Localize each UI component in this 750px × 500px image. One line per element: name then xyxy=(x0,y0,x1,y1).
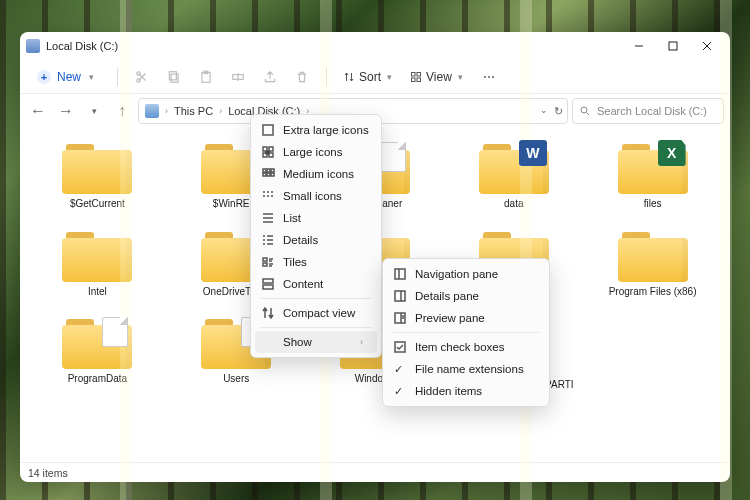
view-menu-item[interactable]: List xyxy=(255,207,377,229)
menu-item-label: Large icons xyxy=(283,146,342,158)
document-overlay-icon xyxy=(102,317,128,347)
close-button[interactable] xyxy=(690,32,724,60)
menu-item-label: Hidden items xyxy=(415,385,482,397)
maximize-button[interactable] xyxy=(656,32,690,60)
show-submenu-item[interactable]: Preview pane xyxy=(387,307,545,329)
view-menu-item[interactable]: Content xyxy=(255,273,377,295)
show-submenu-item[interactable]: Navigation pane xyxy=(387,263,545,285)
list-item[interactable]: ProgramData xyxy=(32,309,163,406)
svg-rect-23 xyxy=(271,169,274,172)
menu-item-label: Details pane xyxy=(415,290,479,302)
minimize-button[interactable] xyxy=(622,32,656,60)
list-item[interactable]: $GetCurrent xyxy=(32,134,163,214)
folder-icon xyxy=(60,138,134,196)
item-label: ProgramData xyxy=(68,373,127,385)
rename-button[interactable] xyxy=(224,63,252,91)
svg-rect-8 xyxy=(412,72,416,76)
view-menu-item[interactable]: Large icons xyxy=(255,141,377,163)
delete-button[interactable] xyxy=(288,63,316,91)
search-input[interactable]: Search Local Disk (C:) xyxy=(572,98,724,124)
menu-item-label: Small icons xyxy=(283,190,342,202)
folder-icon xyxy=(60,313,134,371)
search-icon xyxy=(579,105,591,117)
menu-item-label: Details xyxy=(283,234,318,246)
file-explorer-window: Local Disk (C:) + New ▾ Sort ▾ View ▾ xyxy=(20,32,730,482)
svg-rect-22 xyxy=(267,169,270,172)
folder-icon xyxy=(616,226,690,284)
folder-icon xyxy=(616,138,690,196)
svg-rect-21 xyxy=(263,169,266,172)
list-item[interactable]: Program Files (x86) xyxy=(587,222,718,302)
svg-point-15 xyxy=(581,107,587,113)
breadcrumb-root[interactable]: This PC xyxy=(174,105,213,117)
up-button[interactable]: ↑ xyxy=(110,99,134,123)
list-item[interactable]: files xyxy=(587,134,718,214)
show-submenu-item[interactable]: ✓File name extensions xyxy=(387,358,545,380)
new-button[interactable]: + New ▾ xyxy=(26,65,107,89)
svg-rect-19 xyxy=(263,153,267,157)
list-item[interactable]: Intel xyxy=(32,222,163,302)
menu-separator xyxy=(261,298,371,299)
more-button[interactable] xyxy=(475,63,503,91)
view-menu-item[interactable]: Tiles xyxy=(255,251,377,273)
item-label: $GetCurrent xyxy=(70,198,125,210)
svg-rect-20 xyxy=(269,153,273,157)
menu-item-label: Content xyxy=(283,278,323,290)
show-submenu-item[interactable]: ✓Hidden items xyxy=(387,380,545,402)
word-badge-icon xyxy=(519,140,547,166)
view-menu-item[interactable]: Extra large icons xyxy=(255,119,377,141)
check-icon: ✓ xyxy=(394,363,403,376)
checkbox-icon xyxy=(393,340,407,354)
svg-rect-36 xyxy=(263,285,273,289)
compact-icon xyxy=(261,306,275,320)
show-submenu-item[interactable]: Details pane xyxy=(387,285,545,307)
compact-view-item[interactable]: Compact view xyxy=(255,302,377,324)
drive-icon xyxy=(145,104,159,118)
menu-item-label: Navigation pane xyxy=(415,268,498,280)
cut-button[interactable] xyxy=(128,63,156,91)
share-button[interactable] xyxy=(256,63,284,91)
svg-rect-35 xyxy=(263,279,273,283)
view-button[interactable]: View ▾ xyxy=(404,66,471,88)
view-menu-item[interactable]: Details xyxy=(255,229,377,251)
recent-locations-button[interactable]: ▾ xyxy=(82,99,106,123)
show-submenu-item[interactable]: Item check boxes xyxy=(387,336,545,358)
list-icon xyxy=(261,211,275,225)
new-button-label: New xyxy=(57,70,81,84)
back-button[interactable]: ← xyxy=(26,99,50,123)
details-icon xyxy=(261,233,275,247)
tiles-icon xyxy=(261,255,275,269)
chevron-right-icon: › xyxy=(360,337,363,347)
sort-button-label: Sort xyxy=(359,70,381,84)
svg-rect-25 xyxy=(267,173,270,176)
folder-icon xyxy=(477,138,551,196)
titlebar: Local Disk (C:) xyxy=(20,32,730,60)
chevron-down-icon: ▾ xyxy=(385,72,394,82)
list-item[interactable]: data xyxy=(448,134,579,214)
content-icon xyxy=(261,277,275,291)
menu-item-label: File name extensions xyxy=(415,363,524,375)
show-submenu-item[interactable]: Show› xyxy=(255,331,377,353)
menu-separator xyxy=(393,332,539,333)
menu-item-label: Preview pane xyxy=(415,312,485,324)
view-menu-item[interactable]: Medium icons xyxy=(255,163,377,185)
paste-button[interactable] xyxy=(192,63,220,91)
window-title: Local Disk (C:) xyxy=(46,40,118,52)
svg-rect-17 xyxy=(263,147,267,151)
folder-icon xyxy=(60,226,134,284)
svg-rect-16 xyxy=(263,125,273,135)
menu-item-label: Compact view xyxy=(283,307,355,319)
svg-rect-11 xyxy=(417,78,421,82)
sort-button[interactable]: Sort ▾ xyxy=(337,66,400,88)
view-menu-item[interactable]: Small icons xyxy=(255,185,377,207)
chevron-down-icon[interactable]: ⌄ xyxy=(540,105,548,118)
refresh-button[interactable]: ↻ xyxy=(554,105,563,118)
item-label: data xyxy=(504,198,523,210)
svg-rect-24 xyxy=(263,173,266,176)
forward-button[interactable]: → xyxy=(54,99,78,123)
item-label: Intel xyxy=(88,286,107,298)
svg-rect-4 xyxy=(169,71,176,79)
sort-icon xyxy=(343,71,355,83)
svg-rect-3 xyxy=(171,74,178,82)
copy-button[interactable] xyxy=(160,63,188,91)
